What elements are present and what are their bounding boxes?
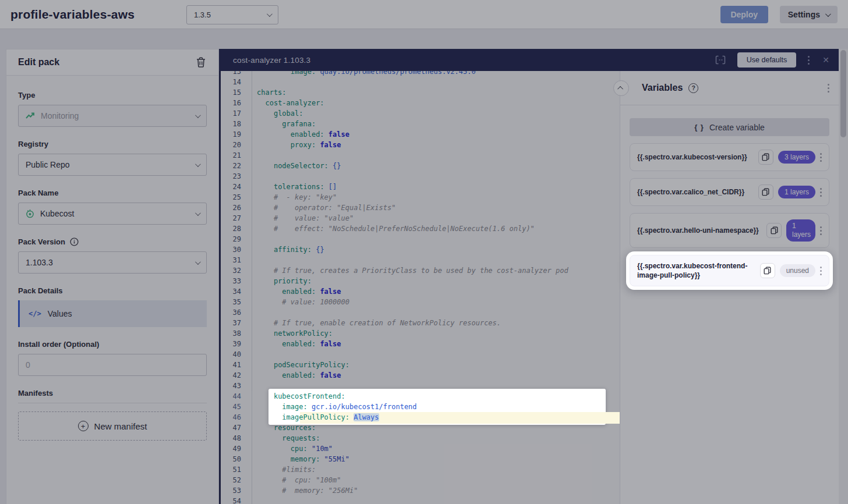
type-value: Monitoring <box>41 111 79 120</box>
values-label: Values <box>48 309 72 318</box>
pack-name-select[interactable]: Kubecost <box>18 203 207 225</box>
line-number: 45 <box>221 402 252 412</box>
editor-menu-button[interactable] <box>807 55 811 66</box>
help-icon[interactable]: ? <box>688 83 698 93</box>
code-line: 23 <box>221 171 620 182</box>
registry-value: Public Repo <box>26 160 70 169</box>
create-variable-button[interactable]: { } Create variable <box>630 118 829 136</box>
pack-details-label: Pack Details <box>18 286 207 295</box>
close-icon: ✕ <box>822 55 829 65</box>
variable-name: {{.spectro.var.calico_net_CIDR}} <box>637 187 754 197</box>
delete-pack-button[interactable] <box>195 56 207 69</box>
copy-icon <box>764 267 771 275</box>
code-line: 17 global: <box>221 108 620 119</box>
registry-select[interactable]: Public Repo <box>18 154 207 176</box>
copy-variable-button[interactable] <box>758 184 773 200</box>
yaml-code-editor[interactable]: 13 image: quay.io/prometheus/prometheus:… <box>221 71 620 504</box>
line-number: 26 <box>221 203 252 213</box>
registry-label: Registry <box>18 140 207 148</box>
code-icon: </> <box>29 310 41 318</box>
use-defaults-button[interactable]: Use defaults <box>737 52 796 68</box>
code-line: 45 image: gcr.io/kubecost1/frontend <box>221 402 620 412</box>
new-manifest-label: New manifest <box>94 421 147 431</box>
pack-version-label-text: Pack Version <box>18 237 65 246</box>
chevron-down-icon <box>195 112 201 118</box>
variables-list: {{.spectro.var.kubecost-version}}3 layer… <box>630 143 829 286</box>
chevron-down-icon <box>195 259 201 265</box>
variable-card[interactable]: {{.spectro.var.hello-uni-namespace}}1 la… <box>630 213 829 248</box>
line-number: 24 <box>221 182 252 192</box>
install-order-input[interactable] <box>18 354 207 376</box>
line-number: 31 <box>221 255 252 265</box>
copy-variable-button[interactable] <box>760 263 775 278</box>
code-line: 30 affinity: {} <box>221 244 620 255</box>
copy-icon <box>771 226 778 235</box>
code-line: 42 enabled: false <box>221 370 620 381</box>
code-line: 24 tolerations: [] <box>221 182 620 192</box>
code-line: 27 # value: "value" <box>221 213 620 223</box>
diff-view-button[interactable] <box>714 54 727 66</box>
plus-circle-icon: + <box>78 421 89 431</box>
line-number: 40 <box>221 349 252 360</box>
variable-name: {{.spectro.var.kubecost-version}} <box>637 152 754 162</box>
app-window: profile-variables-aws 1.3.5 Deploy Setti… <box>0 0 848 504</box>
edit-pack-title: Edit pack <box>18 57 59 68</box>
line-number: 33 <box>221 276 252 286</box>
pack-version-value: 1.103.3 <box>26 258 53 267</box>
deploy-button[interactable]: Deploy <box>720 6 768 23</box>
line-number: 39 <box>221 339 252 349</box>
copy-variable-button[interactable] <box>766 223 782 238</box>
chevron-down-icon <box>267 11 273 17</box>
topbar-actions: Deploy Settings <box>720 6 838 23</box>
line-number: 43 <box>221 381 252 391</box>
code-line: 48 requests: <box>221 433 620 443</box>
variable-menu-button[interactable] <box>820 226 822 235</box>
scrollbar-thumb[interactable] <box>840 50 846 137</box>
type-select[interactable]: Monitoring <box>18 105 207 127</box>
trash-icon <box>196 57 206 68</box>
line-number: 32 <box>221 265 252 276</box>
pack-version-select[interactable]: 1.103.3 <box>18 251 207 274</box>
variable-card[interactable]: {{.spectro.var.kubecost-version}}3 layer… <box>630 143 829 171</box>
profile-version-select[interactable]: 1.3.5 <box>186 5 278 24</box>
line-number: 14 <box>221 77 252 87</box>
chevron-up-icon <box>617 86 623 91</box>
code-line: 31 <box>221 255 620 265</box>
editor-header: cost-analyzer 1.103.3 Use defaults ✕ <box>219 49 839 71</box>
copy-icon <box>762 188 769 196</box>
line-number: 18 <box>221 119 252 129</box>
line-number: 44 <box>221 391 252 402</box>
copy-variable-button[interactable] <box>758 150 773 165</box>
line-number: 50 <box>221 454 252 464</box>
variable-card[interactable]: {{.spectro.var.kubecost-frontend-image-p… <box>630 255 829 286</box>
pack-details-values-item[interactable]: </> Values <box>18 300 207 327</box>
code-line: 28 # effect: "NoSchedule|PreferNoSchedul… <box>221 223 620 234</box>
code-line: 14 <box>221 77 620 87</box>
diff-view-icon <box>715 55 726 65</box>
variable-menu-button[interactable] <box>820 267 822 275</box>
code-line: 33 priority: <box>221 276 620 286</box>
code-line: 50 memory: "55Mi" <box>221 454 620 464</box>
code-line: 32 # If true, creates a PriorityClass to… <box>221 265 620 276</box>
variables-menu-button[interactable] <box>828 84 829 93</box>
code-line: 49 cpu: "10m" <box>221 443 620 454</box>
variable-card[interactable]: {{.spectro.var.calico_net_CIDR}}1 layers <box>630 178 829 206</box>
variable-menu-button[interactable] <box>820 188 822 197</box>
line-number: 34 <box>221 286 252 297</box>
variable-menu-button[interactable] <box>820 153 822 162</box>
line-number: 38 <box>221 328 252 339</box>
collapse-panel-button[interactable] <box>613 80 629 96</box>
close-button[interactable]: ✕ <box>821 54 831 66</box>
scrollbar[interactable] <box>839 49 848 504</box>
line-number: 46 <box>221 412 252 423</box>
settings-button[interactable]: Settings <box>780 6 838 23</box>
monitoring-icon <box>26 112 35 119</box>
new-manifest-button[interactable]: + New manifest <box>18 411 207 441</box>
code-line: 35 # value: 1000000 <box>221 297 620 307</box>
kebab-menu-icon <box>808 56 810 65</box>
top-bar: profile-variables-aws 1.3.5 Deploy Setti… <box>0 0 848 29</box>
line-number: 17 <box>221 108 252 119</box>
settings-label: Settings <box>788 10 820 19</box>
line-number: 15 <box>221 87 252 98</box>
code-lines: 13 image: quay.io/prometheus/prometheus:… <box>221 71 620 504</box>
